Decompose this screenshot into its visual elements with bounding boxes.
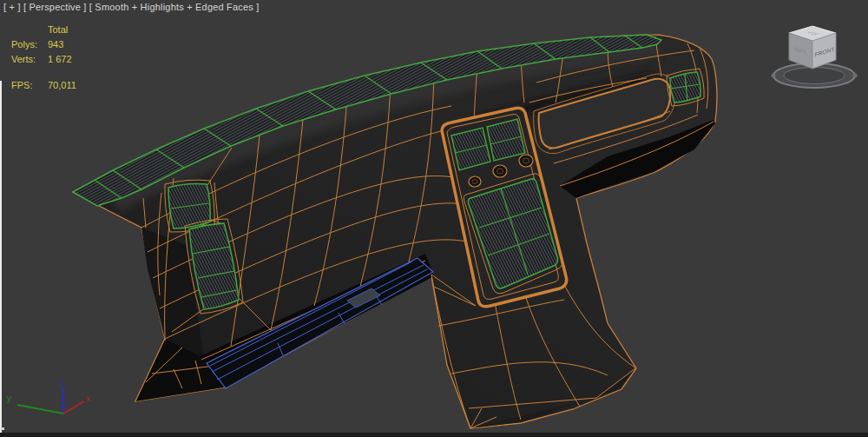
- viewport-bottom-border: [0, 433, 868, 437]
- y-axis-label: y: [7, 394, 11, 403]
- stats-total-header: Total: [48, 24, 68, 35]
- viewport-left-border: [0, 81, 2, 437]
- viewcube-cube[interactable]: TOP LEFT FRONT: [789, 26, 836, 69]
- viewport-canvas[interactable]: TOP LEFT FRONT z y x: [0, 0, 868, 437]
- stats-polys-value: 943: [48, 39, 63, 50]
- x-axis-label: x: [86, 394, 90, 403]
- stats-fps-label: FPS:: [11, 80, 32, 90]
- viewport-label-menu[interactable]: [ + ] [ Perspective ] [ Smooth + Highlig…: [3, 2, 260, 12]
- stats-verts-label: Verts:: [11, 54, 36, 64]
- stats-verts-value: 1 672: [48, 54, 72, 64]
- viewcube-compass-inner: [784, 68, 845, 84]
- stats-fps-value: 70,011: [48, 80, 76, 90]
- compass-tick-east: [853, 74, 858, 78]
- stats-polys-label: Polys:: [11, 39, 37, 50]
- compass-tick-west: [772, 74, 776, 78]
- z-axis-label: z: [60, 379, 64, 388]
- viewport-corner-handle[interactable]: [1, 427, 4, 430]
- viewport[interactable]: TOP LEFT FRONT z y x [ + ] [ Perspective…: [0, 0, 868, 437]
